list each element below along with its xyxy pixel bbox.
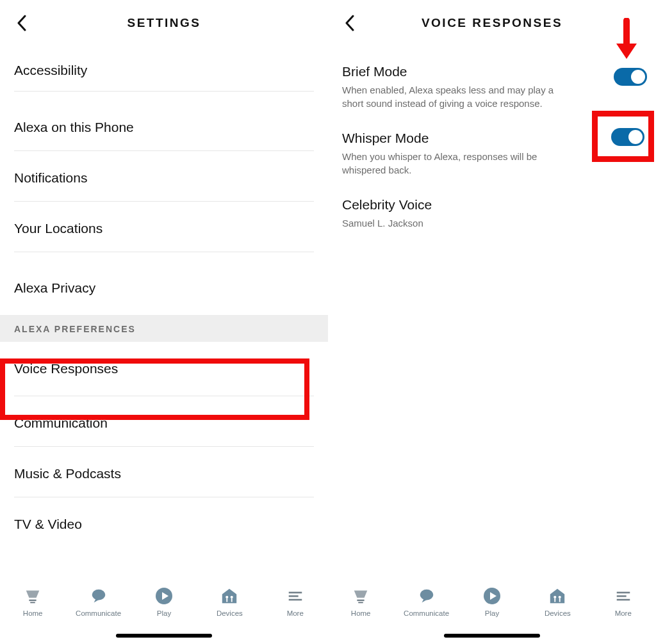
settings-item-music[interactable]: Music & Podcasts [0,447,328,497]
svg-point-18 [559,596,561,599]
tab-communicate[interactable]: Communicate [397,586,456,617]
home-indicator [116,634,212,638]
svg-rect-12 [357,600,365,601]
settings-item-tv[interactable]: TV & Video [0,497,328,545]
tab-label: More [287,609,304,617]
tab-label: Home [23,609,43,617]
more-icon [286,586,305,606]
whisper-mode-toggle[interactable] [611,128,644,146]
tab-label: Devices [217,609,243,617]
tab-more[interactable]: More [266,586,325,617]
play-icon [482,586,502,606]
more-icon [614,586,633,606]
item-title: Whisper Mode [342,131,642,146]
home-indicator [444,634,540,638]
svg-point-6 [231,596,233,599]
settings-item-label: Accessibility [14,63,314,78]
whisper-mode-item[interactable]: Whisper Mode When you whisper to Alexa, … [328,120,656,187]
devices-icon [548,586,567,606]
svg-rect-11 [288,599,302,600]
svg-rect-8 [231,599,233,602]
tab-bar: Home Communicate Play Devices [0,580,328,644]
voice-responses-list: Brief Mode When enabled, Alexa speaks le… [328,46,656,644]
item-desc: When you whisper to Alexa, responses wil… [342,150,560,177]
svg-rect-10 [288,595,298,597]
header: VOICE RESPONSES [328,0,656,46]
svg-rect-19 [555,599,556,602]
tab-more[interactable]: More [594,586,653,617]
settings-item-label: Communication [14,415,314,431]
settings-item-voice-responses[interactable]: Voice Responses [0,342,328,396]
back-button[interactable] [13,14,31,32]
tab-home[interactable]: Home [331,586,390,617]
settings-item-accessibility[interactable]: Accessibility [0,50,328,91]
tab-label: Play [485,609,499,617]
toggle-knob [631,70,645,84]
header: SETTINGS [0,0,328,46]
settings-item-label: Alexa Privacy [14,280,314,296]
item-title: Brief Mode [342,64,642,79]
settings-item-label: Alexa on this Phone [14,120,314,135]
svg-point-5 [226,596,229,599]
devices-icon [220,586,239,606]
svg-rect-13 [358,602,363,603]
svg-rect-22 [616,595,626,597]
tab-play[interactable]: Play [135,586,193,617]
tab-home[interactable]: Home [3,586,62,617]
tab-label: Communicate [404,609,449,617]
celebrity-voice-item[interactable]: Celebrity Voice Samuel L. Jackson [328,187,656,240]
settings-item-locations[interactable]: Your Locations [0,202,328,252]
settings-item-alexa-phone[interactable]: Alexa on this Phone [0,92,328,150]
brief-mode-toggle[interactable] [614,68,647,86]
tab-label: Communicate [76,609,121,617]
chevron-left-icon [17,15,27,31]
settings-item-label: Voice Responses [14,361,314,376]
svg-rect-1 [30,602,35,603]
settings-screen: SETTINGS Accessibility Alexa on this Pho… [0,0,328,644]
tab-label: More [615,609,632,617]
svg-rect-23 [616,599,630,600]
communicate-icon [89,586,108,606]
settings-item-communication[interactable]: Communication [0,396,328,446]
voice-responses-screen: VOICE RESPONSES Brief Mode When enabled,… [328,0,656,644]
svg-rect-21 [616,592,630,593]
toggle-knob [628,130,643,144]
tab-communicate[interactable]: Communicate [69,586,128,617]
tab-devices[interactable]: Devices [528,586,587,617]
communicate-icon [417,586,436,606]
svg-rect-9 [288,592,302,593]
settings-item-label: Your Locations [14,221,314,236]
svg-point-2 [92,590,105,600]
settings-item-label: Notifications [14,170,314,186]
page-title: VOICE RESPONSES [422,16,562,30]
tab-label: Home [351,609,371,617]
play-icon [154,586,174,606]
tab-bar: Home Communicate Play Devices [328,580,656,644]
back-button[interactable] [341,14,359,32]
item-title: Celebrity Voice [342,197,642,213]
home-icon [351,586,370,606]
chevron-left-icon [345,15,355,31]
tab-label: Play [157,609,171,617]
settings-item-label: Music & Podcasts [14,466,314,481]
section-header-preferences: ALEXA PREFERENCES [0,315,328,342]
item-desc: When enabled, Alexa speaks less and may … [342,83,560,110]
home-icon [23,586,42,606]
svg-rect-7 [227,599,228,602]
tab-devices[interactable]: Devices [200,586,259,617]
settings-item-notifications[interactable]: Notifications [0,151,328,201]
item-desc: Samuel L. Jackson [342,216,560,230]
tab-play[interactable]: Play [463,586,521,617]
settings-list[interactable]: Accessibility Alexa on this Phone Notifi… [0,46,328,644]
tab-label: Devices [545,609,571,617]
brief-mode-item[interactable]: Brief Mode When enabled, Alexa speaks le… [328,54,656,120]
svg-rect-0 [29,600,37,601]
settings-item-label: TV & Video [14,517,314,532]
page-title: SETTINGS [127,16,201,30]
svg-rect-20 [559,599,561,602]
svg-point-14 [420,590,433,600]
svg-point-17 [554,596,557,599]
settings-item-privacy[interactable]: Alexa Privacy [0,252,328,315]
